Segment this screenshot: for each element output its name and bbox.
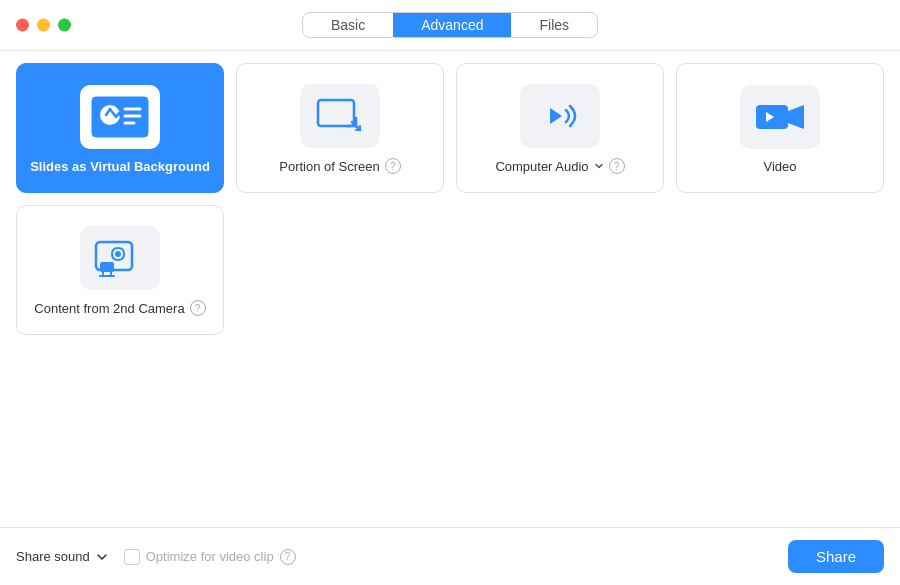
- content-2nd-camera-item[interactable]: Content from 2nd Camera ?: [16, 205, 224, 335]
- share-sound-chevron-icon: [96, 551, 108, 563]
- tab-files[interactable]: Files: [511, 13, 597, 37]
- computer-audio-item[interactable]: Computer Audio ?: [456, 63, 664, 193]
- video-icon-box: [740, 85, 820, 149]
- video-label: Video: [763, 159, 796, 174]
- content-camera-help-icon[interactable]: ?: [190, 300, 206, 316]
- grid-row-2: Content from 2nd Camera ?: [16, 205, 884, 335]
- tab-bar: Basic Advanced Files: [302, 12, 598, 38]
- grid-row-1: Slides as Virtual Background Portion of …: [16, 63, 884, 193]
- main-content: Slides as Virtual Background Portion of …: [0, 51, 900, 527]
- share-sound-label: Share sound: [16, 549, 90, 564]
- computer-audio-icon-box: [520, 84, 600, 148]
- portion-of-screen-item[interactable]: Portion of Screen ?: [236, 63, 444, 193]
- portion-screen-icon-box: [300, 84, 380, 148]
- tab-basic[interactable]: Basic: [303, 13, 393, 37]
- slides-icon-box: [80, 85, 160, 149]
- portion-screen-help-icon[interactable]: ?: [385, 158, 401, 174]
- footer-left: Share sound Optimize for video clip ?: [16, 549, 296, 565]
- svg-marker-13: [788, 105, 804, 129]
- tab-advanced[interactable]: Advanced: [393, 13, 511, 37]
- video-item[interactable]: Video: [676, 63, 884, 193]
- optimize-checkbox[interactable]: [124, 549, 140, 565]
- svg-rect-16: [100, 262, 114, 272]
- content-2nd-camera-label: Content from 2nd Camera ?: [34, 300, 205, 316]
- computer-audio-chevron[interactable]: [594, 161, 604, 171]
- slides-virtual-bg-item[interactable]: Slides as Virtual Background: [16, 63, 224, 193]
- title-bar: Basic Advanced Files: [0, 0, 900, 51]
- computer-audio-label: Computer Audio ?: [495, 158, 624, 174]
- slides-virtual-bg-label: Slides as Virtual Background: [30, 159, 210, 174]
- portion-of-screen-label: Portion of Screen ?: [279, 158, 400, 174]
- svg-rect-5: [318, 100, 354, 126]
- maximize-button[interactable]: [58, 19, 71, 32]
- computer-audio-help-icon[interactable]: ?: [609, 158, 625, 174]
- minimize-button[interactable]: [37, 19, 50, 32]
- svg-marker-11: [550, 108, 562, 124]
- footer: Share sound Optimize for video clip ? Sh…: [0, 527, 900, 585]
- optimize-help-icon[interactable]: ?: [280, 549, 296, 565]
- optimize-for-video-label[interactable]: Optimize for video clip ?: [124, 549, 296, 565]
- optimize-label-text: Optimize for video clip: [146, 549, 274, 564]
- share-sound-button[interactable]: Share sound: [16, 549, 108, 564]
- close-button[interactable]: [16, 19, 29, 32]
- svg-point-20: [115, 251, 121, 257]
- traffic-lights: [16, 19, 71, 32]
- share-button[interactable]: Share: [788, 540, 884, 573]
- content-camera-icon-box: [80, 226, 160, 290]
